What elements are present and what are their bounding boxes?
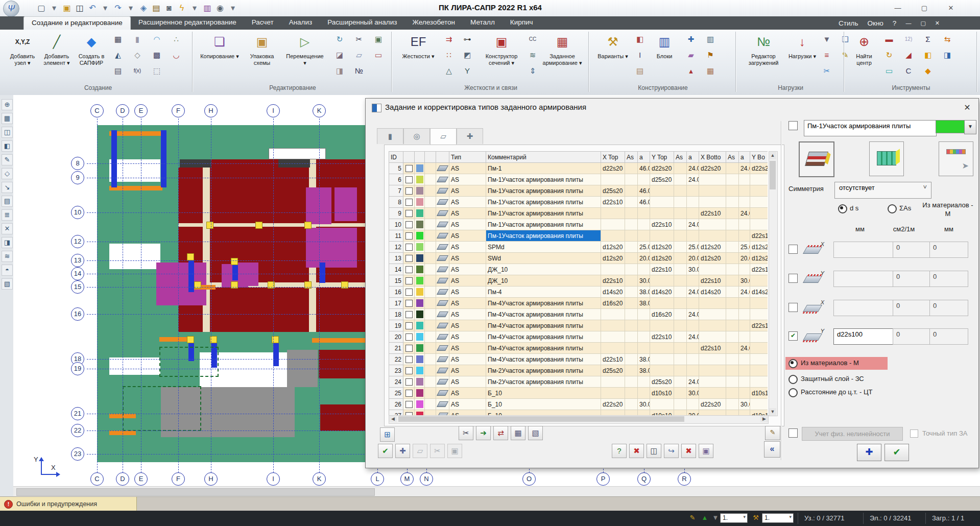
add-button[interactable]: ✚ (857, 444, 881, 461)
ribbon-close-icon[interactable]: ✕ (930, 18, 944, 28)
mm-input[interactable]: 0 (929, 300, 968, 316)
row-checkbox[interactable] (405, 367, 413, 374)
row-checkbox[interactable] (405, 356, 413, 363)
row-checkbox[interactable] (405, 266, 413, 273)
half-view-icon[interactable]: ◧ (2, 140, 13, 152)
column-header[interactable]: As (674, 152, 687, 163)
concrete-cube-icon[interactable]: ◧ (633, 33, 647, 46)
exchange-icon[interactable]: ⇄ (493, 426, 508, 440)
reinforcement-table[interactable]: IDТипКомментарийX TopAsaY TopAsaX BottoA… (389, 151, 768, 415)
table-settings-icon[interactable]: ⊞ (380, 427, 395, 442)
apply-to-selection-icon[interactable]: ➔ (476, 426, 491, 440)
variant-combo[interactable]: 1. (762, 513, 794, 523)
rebar-arrows-icon[interactable]: ⇉ (442, 33, 456, 46)
column-header[interactable]: X Top (601, 152, 625, 163)
spring-icon[interactable]: ≋ (526, 49, 539, 62)
bar-row-checkbox[interactable] (788, 245, 798, 254)
add-type-icon[interactable]: ✚ (395, 444, 410, 458)
grid-view-icon[interactable]: ▦ (2, 113, 13, 124)
ribbon-button-copy[interactable]: ❏Копирование ▾ (200, 31, 239, 80)
import-dxf-icon[interactable]: ∴ (170, 33, 183, 46)
column-header[interactable]: a (739, 152, 750, 163)
table-row[interactable]: 23ASПм-2Участок армирования плитыd25s203… (389, 365, 768, 376)
as-input[interactable]: 0 (893, 328, 931, 345)
help-icon[interactable]: ? (612, 444, 627, 458)
table-row[interactable]: 26ASБ_10d22s2030.00d22s2030.00 (389, 399, 768, 410)
qat-more-icon[interactable]: ▾ (227, 2, 238, 14)
node-joint-icon[interactable]: Y (461, 64, 474, 78)
mirror-icon[interactable]: ◪ (333, 49, 346, 62)
tab-Железобетон[interactable]: Железобетон (404, 16, 463, 30)
rigid-link-icon[interactable]: ⊶ (461, 33, 474, 46)
exact-type-checkbox[interactable] (910, 429, 918, 438)
edit-pen-icon[interactable]: ✎ (2, 154, 13, 165)
bar-row-checkbox[interactable]: ✔ (788, 331, 798, 341)
ribbon-restore-icon[interactable]: ▢ (916, 18, 930, 28)
table-row[interactable]: 24ASПм-2Участок армирования плитыd25s202… (389, 376, 768, 388)
bar-row-checkbox[interactable] (788, 274, 798, 283)
load-number-combo[interactable]: 1. (720, 513, 748, 523)
column-header[interactable] (436, 152, 449, 163)
mm-input[interactable]: 0 (929, 242, 968, 258)
erase-icon[interactable]: ✕ (2, 223, 13, 234)
ribbon-button-section-designer[interactable]: ▣Конструктор сечений ▾ (479, 31, 524, 80)
building-icon[interactable]: ▤ (111, 64, 125, 78)
fragment-icon[interactable]: ◫ (2, 127, 13, 138)
table-row[interactable]: 25ASБ_10d10s1030.00d10s10 (389, 388, 768, 399)
weight-icon[interactable]: ▼ (820, 33, 833, 46)
ribbon-button-loads[interactable]: ↓Нагрузки ▾ (787, 31, 817, 80)
purple-plate-icon[interactable]: ▰ (684, 49, 698, 62)
table-row[interactable]: 15ASДЖ_10d22s1030.00d22s1030.00 (389, 275, 768, 286)
undo-dropdown-icon[interactable]: ▾ (100, 2, 111, 14)
color-swatch[interactable] (936, 120, 965, 133)
row-checkbox[interactable] (405, 221, 413, 228)
ribbon-button-variants[interactable]: ⚒Варианты ▾ (594, 31, 631, 80)
tab-Кирпич[interactable]: Кирпич (503, 16, 541, 30)
ds-radio[interactable] (838, 204, 847, 213)
cylinder-icon[interactable]: ▮ (131, 33, 144, 46)
ribbon-button-pack-model[interactable]: ▣Упаковка схемы (242, 31, 282, 80)
edit-load-number-icon[interactable]: ✎ (687, 513, 698, 523)
cascade-icon[interactable]: ▣ (699, 444, 713, 458)
tab-Расширенное редактирование[interactable]: Расширенное редактирование (131, 16, 244, 30)
ribbon-button-stiffness[interactable]: EFЖесткости ▾ (397, 31, 439, 80)
renumber-icon[interactable]: № (352, 64, 366, 78)
cut-type-icon[interactable]: ✂ (459, 426, 473, 440)
table-row[interactable]: 19ASПм-4Участок армирования плитыd22s10 (389, 320, 768, 331)
quick-calc-icon[interactable]: ϟ (176, 2, 187, 14)
dialog-close-icon[interactable]: ✕ (960, 102, 974, 114)
help-icon[interactable]: ? (888, 18, 901, 29)
sas-radio[interactable] (888, 204, 897, 213)
copy-fragment-icon[interactable]: ▱ (352, 49, 366, 62)
refresh-icon[interactable]: ↻ (882, 49, 896, 62)
menu-Окно[interactable]: Окно (863, 18, 888, 29)
row-checkbox[interactable] (405, 378, 413, 386)
hatch-icon[interactable]: ▧ (2, 278, 13, 290)
slab-layers-button[interactable] (799, 141, 834, 177)
blue-quad-icon[interactable]: ◨ (941, 49, 954, 62)
canvas-hscrollbar[interactable] (13, 486, 980, 496)
column-header[interactable]: ID (389, 152, 403, 163)
anchor-pile-icon[interactable]: ⇕ (526, 64, 539, 78)
table-delete-icon[interactable]: ▦ (511, 426, 525, 440)
row-checkbox[interactable] (405, 210, 413, 217)
row-checkbox[interactable] (405, 311, 413, 318)
mm-input[interactable]: 0 (929, 271, 968, 287)
c-quad-icon[interactable]: C (902, 64, 915, 78)
column-header[interactable]: Y Top (650, 152, 674, 163)
as-input[interactable]: 0 (893, 271, 931, 287)
row-checkbox[interactable] (405, 345, 413, 352)
scroll-right-icon[interactable]: ▶ (760, 416, 768, 422)
table-row[interactable]: 10ASПм-1Участок армирования плитыd22s102… (389, 219, 768, 230)
table-row[interactable]: 20ASПм-4Участок армирования плитыd22s102… (389, 331, 768, 343)
table-row[interactable]: 16ASПм-4d14s2038.00d14s2024.00d14s2024.0… (389, 286, 768, 298)
masonry-icon[interactable]: ▤ (633, 64, 647, 78)
rotate-copy-icon[interactable]: ↻ (333, 33, 346, 46)
steel-ibeam-icon[interactable]: I (633, 49, 647, 62)
tab-plate[interactable]: ▱ (430, 128, 457, 145)
column-header[interactable]: X Botto (699, 152, 726, 163)
diameter-input[interactable] (833, 271, 894, 287)
row-checkbox[interactable] (405, 401, 413, 408)
shear-plate-icon[interactable]: ◩ (461, 49, 474, 62)
side-settings-button[interactable]: ✎ (765, 426, 780, 440)
